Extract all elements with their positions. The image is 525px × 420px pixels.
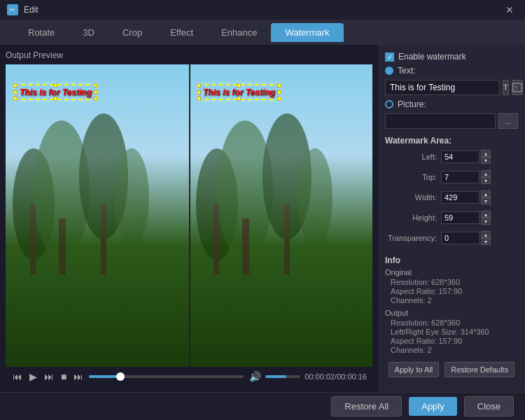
scene-left: This is for Testing [6, 64, 189, 367]
height-field-row: Height: ▲ ▼ [385, 211, 518, 225]
original-resolution: Resolution: 628*360 [385, 278, 518, 286]
stop-button[interactable]: ■ [59, 370, 68, 384]
text-input-row: T T [385, 80, 518, 95]
enable-watermark-label: Enable watermark [398, 52, 466, 62]
original-aspect: Aspect Ratio: 157:90 [385, 287, 518, 295]
svg-rect-11 [214, 204, 219, 274]
width-spin-down[interactable]: ▼ [481, 197, 491, 204]
top-field-label: Top: [385, 173, 441, 181]
play-button[interactable]: ▶ [28, 370, 38, 384]
picture-radio-row: Picture: [385, 99, 518, 109]
apply-to-all-button[interactable]: Apply to All [388, 362, 439, 377]
tab-rotate[interactable]: Rotate [14, 23, 69, 42]
tree-svg-right [189, 64, 372, 367]
transparency-spinner: ▲ ▼ [481, 231, 491, 245]
watermark-text-input[interactable] [385, 80, 500, 95]
right-panel: ✓ Enable watermark Text: T T Picture: [378, 45, 525, 392]
text-radio[interactable] [385, 66, 393, 75]
next-frame-button[interactable]: ⏭ [72, 370, 85, 384]
top-spin-down[interactable]: ▼ [481, 177, 491, 184]
svg-rect-13 [284, 204, 290, 274]
transparency-field-row: Transparency: ▲ ▼ [385, 231, 518, 245]
title-bar: ✂ Edit ✕ [0, 0, 525, 20]
transparency-field-label: Transparency: [385, 234, 441, 242]
svg-rect-6 [101, 204, 106, 274]
left-field-input[interactable] [441, 150, 479, 163]
volume-fill [265, 375, 286, 378]
output-preview-label: Output Preview [6, 50, 372, 60]
info-title: Info [385, 255, 518, 265]
close-button[interactable]: Close [464, 396, 514, 416]
left-field-row: Left: ▲ ▼ [385, 150, 518, 164]
progress-bar[interactable] [89, 375, 244, 378]
height-spin-down[interactable]: ▼ [481, 218, 491, 225]
volume-area: 🔊 [248, 370, 300, 384]
apply-button[interactable]: Apply [409, 397, 457, 416]
volume-bar[interactable] [265, 375, 300, 378]
picture-path-input[interactable] [385, 113, 496, 129]
tree-svg-left [6, 64, 189, 367]
watermark-right: This is for Testing [197, 84, 281, 100]
top-spin-up[interactable]: ▲ [481, 170, 491, 177]
restore-defaults-button[interactable]: Restore Defaults [444, 362, 514, 377]
svg-point-10 [298, 148, 332, 246]
tab-crop[interactable]: Crop [108, 23, 156, 42]
height-spinner: ▲ ▼ [481, 211, 491, 225]
main-content: Output Preview [0, 45, 525, 392]
svg-rect-5 [59, 218, 66, 274]
width-field-row: Width: ▲ ▼ [385, 190, 518, 204]
text-label: Text: [398, 66, 415, 76]
picture-browse-button[interactable]: ... [498, 113, 518, 129]
output-channels: Channels: 2 [385, 346, 518, 354]
app-icon: ✂ [7, 4, 18, 15]
tab-effect[interactable]: Effect [156, 23, 207, 42]
left-spin-down[interactable]: ▼ [481, 157, 491, 164]
text-icon-svg: T [512, 83, 522, 92]
transparency-spin-down[interactable]: ▼ [481, 238, 491, 245]
text-format-t-button[interactable]: T [503, 80, 509, 95]
width-field-input[interactable] [441, 191, 479, 204]
info-section: Info Original Resolution: 628*360 Aspect… [385, 255, 518, 355]
picture-radio[interactable] [385, 100, 393, 108]
window-close-button[interactable]: ✕ [501, 3, 518, 17]
left-spin-up[interactable]: ▲ [481, 150, 491, 157]
tab-enhance[interactable]: Enhance [207, 23, 271, 42]
scene-divider [189, 64, 190, 367]
watermark-text-right: This is for Testing [203, 88, 275, 97]
height-spin-up[interactable]: ▲ [481, 211, 491, 218]
original-channels: Channels: 2 [385, 296, 518, 304]
picture-label: Picture: [398, 99, 426, 109]
video-frame: This is for Testing [6, 64, 372, 367]
output-resolution: Resolution: 628*360 [385, 318, 518, 327]
skip-back-button[interactable]: ⏮ [11, 370, 24, 384]
watermark-text-left: This is for Testing [20, 88, 92, 97]
width-field-label: Width: [385, 193, 441, 202]
bottom-bar: Restore All Apply Close [0, 392, 525, 420]
picture-input-row: ... [385, 113, 518, 129]
scene-right: This is for Testing [189, 64, 372, 367]
tab-3d[interactable]: 3D [69, 23, 108, 42]
left-spinner: ▲ ▼ [481, 150, 491, 164]
transparency-spin-up[interactable]: ▲ [481, 231, 491, 238]
left-field-label: Left: [385, 153, 441, 161]
volume-icon[interactable]: 🔊 [248, 370, 262, 384]
output-label: Output [385, 309, 518, 317]
tab-watermark[interactable]: Watermark [271, 23, 343, 42]
video-panel: Output Preview [0, 45, 378, 392]
skip-forward-button[interactable]: ⏭ [43, 370, 55, 384]
text-format-icon-button[interactable]: T [512, 80, 523, 95]
time-display: 00:00:02/00:00:16 [304, 372, 367, 381]
height-field-input[interactable] [441, 211, 479, 224]
title-bar-title: Edit [24, 5, 38, 15]
width-spin-up[interactable]: ▲ [481, 190, 491, 197]
width-spinner: ▲ ▼ [481, 190, 491, 204]
enable-watermark-checkbox[interactable]: ✓ [385, 52, 394, 62]
top-spinner: ▲ ▼ [481, 170, 491, 184]
transparency-field-input[interactable] [441, 232, 479, 244]
apply-all-row: Apply to All Restore Defaults [385, 362, 518, 377]
restore-all-button[interactable]: Restore All [331, 396, 402, 416]
top-field-input[interactable] [441, 171, 479, 183]
output-eye-size: Left/Right Eye Size: 314*360 [385, 328, 518, 336]
svg-rect-4 [30, 204, 36, 274]
height-field-label: Height: [385, 214, 441, 222]
